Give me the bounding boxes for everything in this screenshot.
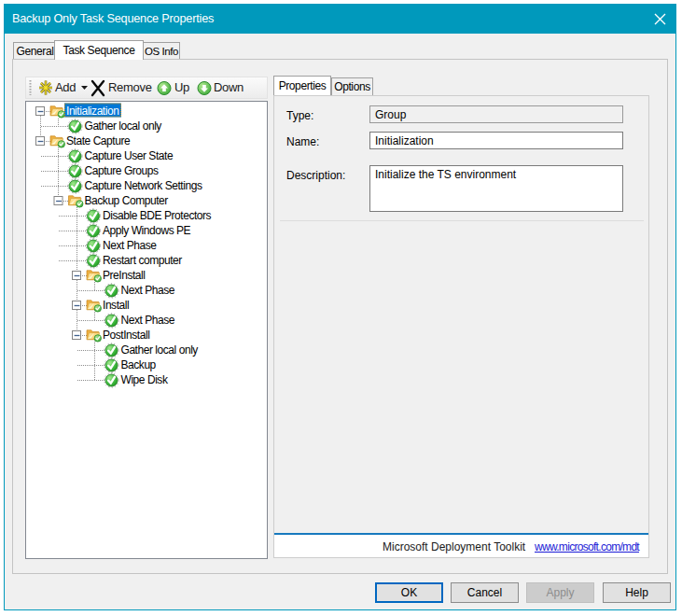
svg-text:Capture User State: Capture User State (85, 149, 174, 162)
svg-text:Capture Groups: Capture Groups (85, 164, 160, 177)
svg-text:Restart computer: Restart computer (103, 254, 182, 267)
svg-text:Next Phase: Next Phase (121, 284, 175, 297)
svg-text:Backup: Backup (121, 358, 157, 371)
svg-text:Next Phase: Next Phase (103, 239, 157, 252)
svg-text:Wipe Disk: Wipe Disk (121, 373, 169, 386)
svg-text:Capture Network Settings: Capture Network Settings (85, 179, 202, 192)
svg-text:Apply Windows PE: Apply Windows PE (103, 224, 191, 237)
svg-text:State Capture: State Capture (66, 134, 131, 147)
svg-text:Gather local only: Gather local only (85, 119, 162, 133)
svg-text:Next Phase: Next Phase (121, 314, 175, 327)
svg-text:Disable BDE Protectors: Disable BDE Protectors (103, 209, 212, 222)
svg-text:Install: Install (103, 299, 129, 312)
svg-text:Gather local only: Gather local only (121, 343, 199, 357)
svg-text:Backup Computer: Backup Computer (85, 194, 169, 207)
svg-text:PostInstall: PostInstall (103, 329, 149, 342)
svg-text:PreInstall: PreInstall (103, 269, 146, 282)
svg-text:Initialization: Initialization (66, 105, 118, 118)
